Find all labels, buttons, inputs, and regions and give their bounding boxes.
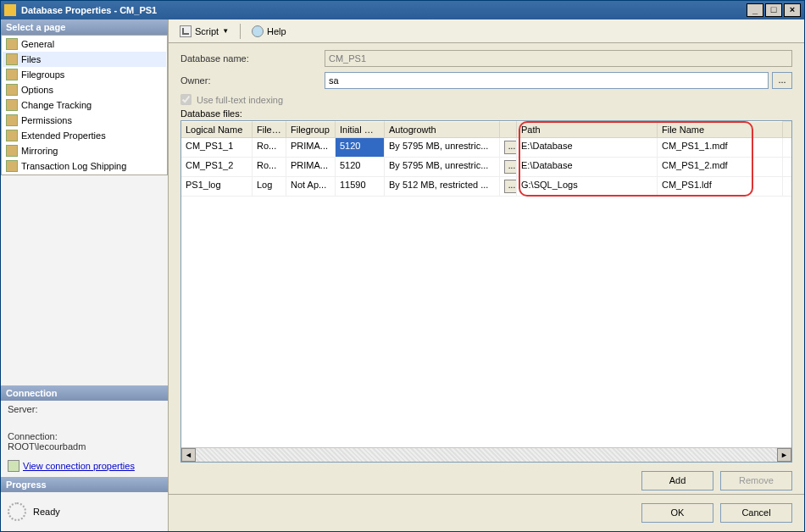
cell-filetype: Log <box>253 177 286 196</box>
titlebar: Database Properties - CM_PS1 _ □ × <box>1 1 804 19</box>
autogrowth-button[interactable]: ... <box>504 160 517 174</box>
form-area: Database name: Owner: ... Use full-text … <box>169 43 804 108</box>
database-icon <box>4 4 16 16</box>
connection-value: ROOT\lecourbadm <box>8 441 161 452</box>
cell-filetype: Ro... <box>253 158 286 176</box>
cell-path: E:\Database <box>517 138 658 157</box>
toolbar: Script ▼ Help <box>169 19 804 43</box>
cell-filename: CM_PS1_2.mdf <box>658 158 783 176</box>
grid-header: Logical Name File ... Filegroup Initial … <box>181 121 791 138</box>
page-label: Filegroups <box>21 69 64 80</box>
page-icon <box>6 84 18 96</box>
grid-buttons: Add Remove <box>169 468 804 494</box>
ok-button[interactable]: OK <box>641 503 713 523</box>
page-icon <box>6 114 18 126</box>
owner-input[interactable] <box>325 72 769 89</box>
page-icon <box>6 99 18 111</box>
col-header-filetype[interactable]: File ... <box>253 121 286 137</box>
owner-browse-button[interactable]: ... <box>772 72 792 89</box>
grid-label: Database files: <box>180 108 792 119</box>
progress-status: Ready <box>33 507 60 517</box>
script-icon <box>180 25 192 37</box>
dbname-label: Database name: <box>180 53 325 64</box>
script-button[interactable]: Script ▼ <box>175 24 233 39</box>
fulltext-checkbox-row: Use full-text indexing <box>180 94 792 105</box>
view-connection-properties-link[interactable]: View connection properties <box>8 460 135 472</box>
minimize-button[interactable]: _ <box>747 3 763 17</box>
cell-autogrowth: By 5795 MB, unrestric... <box>385 138 500 157</box>
page-label: Options <box>21 85 53 95</box>
close-button[interactable]: × <box>784 3 801 17</box>
remove-button: Remove <box>720 471 792 490</box>
page-permissions[interactable]: Permissions <box>3 113 166 128</box>
page-label: Change Tracking <box>21 100 92 110</box>
maximize-button[interactable]: □ <box>765 3 782 17</box>
fulltext-checkbox <box>180 94 192 105</box>
col-header-filename[interactable]: File Name <box>658 121 783 137</box>
cell-autogrowth: By 512 MB, restricted ... <box>385 177 500 196</box>
cell-initsize[interactable]: 5120 <box>336 158 385 176</box>
cell-filegroup: Not Ap... <box>286 177 336 196</box>
dbname-input <box>325 50 792 67</box>
page-icon <box>6 69 18 80</box>
cell-path: E:\Database <box>517 158 658 176</box>
col-header-autogrowth[interactable]: Autogrowth <box>385 121 500 137</box>
scroll-track[interactable] <box>196 448 777 462</box>
dialog-buttons: OK Cancel <box>169 494 804 531</box>
col-header-filegroup[interactable]: Filegroup <box>286 121 336 137</box>
server-label: Server: <box>8 404 161 414</box>
help-button[interactable]: Help <box>247 24 291 39</box>
page-icon <box>6 130 18 141</box>
cell-filename: CM_PS1.ldf <box>658 177 783 196</box>
cell-initsize[interactable]: 5120 <box>336 138 385 157</box>
page-change-tracking[interactable]: Change Tracking <box>3 97 166 113</box>
progress-block: Ready <box>1 492 168 531</box>
fulltext-label: Use full-text indexing <box>197 95 283 105</box>
cell-logical: CM_PS1_1 <box>181 138 253 157</box>
database-files-grid[interactable]: Logical Name File ... Filegroup Initial … <box>180 120 792 463</box>
connection-label: Connection: <box>8 431 161 441</box>
page-mirroring[interactable]: Mirroring <box>3 143 166 158</box>
page-files[interactable]: Files <box>3 52 166 67</box>
sidebar-header-progress: Progress <box>1 477 168 492</box>
table-row[interactable]: CM_PS1_2 Ro... PRIMA... 5120 By 5795 MB,… <box>181 158 791 177</box>
page-label: Files <box>21 54 41 64</box>
autogrowth-button[interactable]: ... <box>504 180 517 193</box>
cell-logical: CM_PS1_2 <box>181 158 253 176</box>
cell-logical: PS1_log <box>181 177 253 196</box>
col-header-initsize[interactable]: Initial Siz... <box>336 121 385 137</box>
col-header-logical[interactable]: Logical Name <box>181 121 253 137</box>
dbname-row: Database name: <box>180 50 792 67</box>
scroll-right-button[interactable]: ► <box>777 448 791 462</box>
owner-label: Owner: <box>180 75 325 86</box>
page-general[interactable]: General <box>3 36 166 52</box>
table-row[interactable]: CM_PS1_1 Ro... PRIMA... 5120 By 5795 MB,… <box>181 138 791 158</box>
horizontal-scrollbar[interactable]: ◄ ► <box>181 447 791 462</box>
help-label: Help <box>267 26 286 36</box>
page-label: Mirroring <box>21 146 58 156</box>
page-filegroups[interactable]: Filegroups <box>3 67 166 82</box>
page-icon <box>6 160 18 172</box>
grid-empty-area <box>181 197 791 447</box>
autogrowth-button[interactable]: ... <box>504 141 517 154</box>
cell-filegroup: PRIMA... <box>286 158 336 176</box>
grid-wrap: Database files: Logical Name File ... Fi… <box>180 108 792 463</box>
cell-autobtn: ... <box>500 177 517 196</box>
page-options[interactable]: Options <box>3 82 166 97</box>
table-row[interactable]: PS1_log Log Not Ap... 11590 By 512 MB, r… <box>181 177 791 197</box>
page-label: General <box>21 39 54 49</box>
window: Database Properties - CM_PS1 _ □ × Selec… <box>0 0 805 532</box>
page-extended-properties[interactable]: Extended Properties <box>3 128 166 143</box>
window-title: Database Properties - CM_PS1 <box>21 5 745 15</box>
add-button[interactable]: Add <box>641 471 713 490</box>
connection-icon <box>8 460 19 472</box>
cancel-button[interactable]: Cancel <box>720 503 792 523</box>
sidebar-header-pages: Select a page <box>1 19 168 35</box>
cell-filetype: Ro... <box>253 138 286 157</box>
page-icon <box>6 38 18 50</box>
page-transaction-log-shipping[interactable]: Transaction Log Shipping <box>3 158 166 174</box>
col-header-path[interactable]: Path <box>517 121 658 137</box>
cell-initsize[interactable]: 11590 <box>336 177 385 196</box>
scroll-left-button[interactable]: ◄ <box>181 448 196 462</box>
page-icon <box>6 145 18 157</box>
